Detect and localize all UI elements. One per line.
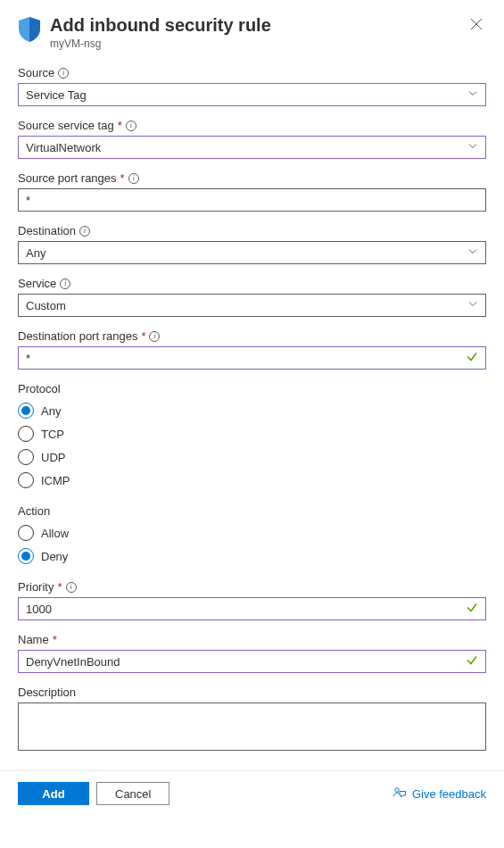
action-option-deny[interactable]: Deny xyxy=(18,545,486,568)
info-icon[interactable]: i xyxy=(79,226,90,237)
action-radio-group: Allow Deny xyxy=(18,521,486,568)
service-label: Service xyxy=(18,277,56,290)
cancel-button[interactable]: Cancel xyxy=(96,782,169,805)
field-name: Name * xyxy=(18,633,486,673)
chevron-down-icon xyxy=(467,299,478,312)
panel-subtitle: myVM-nsg xyxy=(50,37,467,50)
source-port-ranges-input-wrapper xyxy=(18,188,486,212)
radio-label: Allow xyxy=(41,527,69,540)
field-service: Service i Custom xyxy=(18,277,486,317)
source-label: Source xyxy=(18,66,54,79)
feedback-label: Give feedback xyxy=(412,787,486,801)
panel-footer: Add Cancel Give feedback xyxy=(0,770,504,819)
service-select[interactable]: Custom xyxy=(18,294,486,317)
add-inbound-rule-panel: Add inbound security rule myVM-nsg Sourc… xyxy=(0,0,504,751)
source-value: Service Tag xyxy=(26,88,87,102)
radio-icon xyxy=(18,472,34,488)
check-icon xyxy=(466,654,478,669)
field-destination: Destination i Any xyxy=(18,224,486,264)
description-textarea-wrapper xyxy=(18,703,486,751)
radio-icon xyxy=(18,426,34,442)
destination-value: Any xyxy=(26,246,45,260)
description-textarea[interactable] xyxy=(26,709,478,744)
give-feedback-link[interactable]: Give feedback xyxy=(392,786,486,802)
source-select[interactable]: Service Tag xyxy=(18,83,486,106)
svg-point-0 xyxy=(395,787,399,791)
info-icon[interactable]: i xyxy=(126,121,136,131)
chevron-down-icon xyxy=(467,141,478,154)
radio-icon xyxy=(18,403,34,419)
source-service-tag-value: VirtualNetwork xyxy=(26,141,101,154)
required-indicator: * xyxy=(57,580,62,594)
destination-label: Destination xyxy=(18,224,76,237)
field-action: Action Allow Deny xyxy=(18,504,486,568)
field-description: Description xyxy=(18,686,486,751)
priority-input[interactable] xyxy=(26,603,459,616)
info-icon[interactable]: i xyxy=(149,331,160,342)
radio-label: ICMP xyxy=(41,474,70,487)
source-port-ranges-label: Source port ranges xyxy=(18,171,117,185)
info-icon[interactable]: i xyxy=(66,582,77,593)
destination-port-ranges-input[interactable] xyxy=(26,352,459,365)
destination-port-ranges-input-wrapper xyxy=(18,346,486,370)
shield-icon xyxy=(18,16,41,46)
add-button[interactable]: Add xyxy=(18,782,89,805)
description-label: Description xyxy=(18,686,76,699)
feedback-icon xyxy=(392,786,407,802)
radio-label: Any xyxy=(41,404,61,418)
action-label: Action xyxy=(18,504,50,518)
field-protocol: Protocol Any TCP UDP ICMP xyxy=(18,382,486,492)
panel-title: Add inbound security rule xyxy=(50,14,467,36)
radio-label: Deny xyxy=(41,550,68,563)
priority-label: Priority xyxy=(18,580,54,594)
field-destination-port-ranges: Destination port ranges * i xyxy=(18,329,486,370)
name-input[interactable] xyxy=(26,655,459,669)
required-indicator: * xyxy=(118,119,122,132)
protocol-option-icmp[interactable]: ICMP xyxy=(18,469,486,492)
radio-icon xyxy=(18,449,34,465)
name-input-wrapper xyxy=(18,650,486,673)
chevron-down-icon xyxy=(467,88,478,102)
protocol-option-udp[interactable]: UDP xyxy=(18,445,486,469)
required-indicator: * xyxy=(120,171,125,185)
destination-select[interactable]: Any xyxy=(18,241,486,264)
radio-icon xyxy=(18,548,34,564)
radio-label: UDP xyxy=(41,451,65,464)
required-indicator: * xyxy=(141,329,145,343)
protocol-option-tcp[interactable]: TCP xyxy=(18,422,486,445)
info-icon[interactable]: i xyxy=(58,68,69,79)
required-indicator: * xyxy=(53,633,57,646)
close-button[interactable] xyxy=(467,14,486,37)
source-port-ranges-input[interactable] xyxy=(26,194,459,207)
priority-input-wrapper xyxy=(18,597,486,620)
check-icon xyxy=(466,351,478,366)
protocol-label: Protocol xyxy=(18,382,61,395)
field-priority: Priority * i xyxy=(18,580,486,620)
source-service-tag-select[interactable]: VirtualNetwork xyxy=(18,136,486,159)
chevron-down-icon xyxy=(467,246,478,260)
destination-port-ranges-label: Destination port ranges xyxy=(18,329,137,343)
protocol-option-any[interactable]: Any xyxy=(18,399,486,422)
protocol-radio-group: Any TCP UDP ICMP xyxy=(18,399,486,492)
panel-header: Add inbound security rule myVM-nsg xyxy=(18,14,486,50)
info-icon[interactable]: i xyxy=(128,173,139,184)
info-icon[interactable]: i xyxy=(60,279,70,289)
source-service-tag-label: Source service tag xyxy=(18,119,114,132)
field-source-service-tag: Source service tag * i VirtualNetwork xyxy=(18,119,486,159)
service-value: Custom xyxy=(26,299,66,312)
action-option-allow[interactable]: Allow xyxy=(18,521,486,545)
radio-label: TCP xyxy=(41,428,64,441)
field-source: Source i Service Tag xyxy=(18,66,486,106)
check-icon xyxy=(466,602,478,617)
radio-icon xyxy=(18,525,34,541)
field-source-port-ranges: Source port ranges * i xyxy=(18,171,486,212)
name-label: Name xyxy=(18,633,49,646)
